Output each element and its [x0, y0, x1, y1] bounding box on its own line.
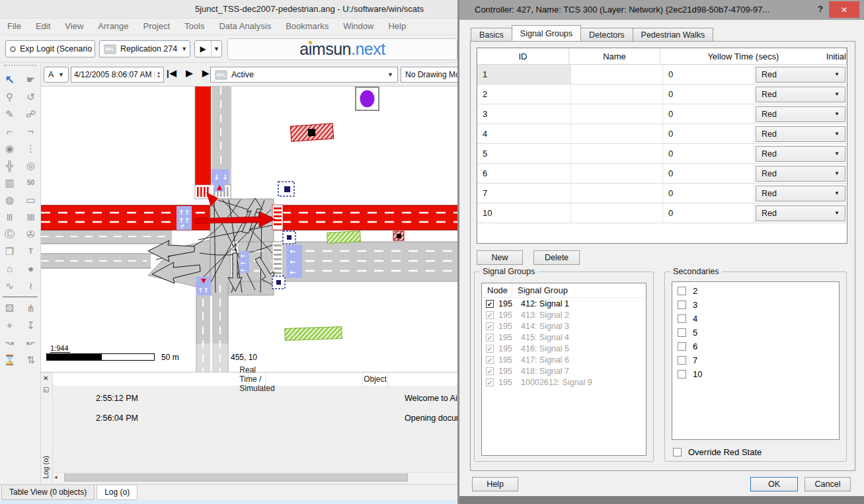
close-icon[interactable]: ✕ — [43, 375, 48, 382]
tool-icon[interactable]: ||| — [1, 209, 19, 225]
tool-icon[interactable]: ⌛ — [1, 351, 19, 368]
new-button[interactable]: New — [477, 250, 523, 265]
secondary-item[interactable]: 5 — [672, 326, 839, 340]
tool-icon[interactable]: T — [22, 243, 40, 260]
table-row[interactable]: 1 0 Red ▼ — [477, 65, 847, 85]
tool-icon[interactable]: ↺ — [22, 89, 40, 105]
menu-item[interactable]: Tools — [177, 18, 212, 34]
secondary-item[interactable]: 3 — [672, 298, 839, 312]
table-row[interactable]: 10 0 Red ▼ — [477, 203, 847, 223]
initial-state-dropdown[interactable]: Red ▼ — [756, 126, 845, 142]
cell-id[interactable]: 10 — [477, 203, 571, 223]
checkbox-checked-icon[interactable]: ✔ — [486, 300, 494, 308]
dialog-titlebar[interactable]: Controller: 427, Name: TCS 300 (Layer: N… — [459, 0, 864, 20]
cell-yellow-time[interactable]: 0 — [663, 164, 754, 183]
signal-row[interactable]: ✔ 195 10002612: Signal 9 — [482, 377, 646, 388]
secondary-item[interactable]: 7 — [672, 353, 839, 367]
delete-button[interactable]: Delete — [533, 250, 580, 265]
tool-icon[interactable]: ≀ — [22, 277, 40, 294]
tool-icon[interactable]: ∿ — [1, 277, 19, 294]
tool-icon[interactable]: ☛ — [22, 71, 40, 88]
tool-icon[interactable]: ▥ — [1, 174, 19, 191]
tool-icon[interactable]: ❒ — [1, 243, 19, 260]
menu-item[interactable]: Edit — [28, 18, 58, 34]
menu-item[interactable]: Help — [381, 18, 413, 34]
log-column-header[interactable] — [53, 373, 249, 386]
tool-icon[interactable]: ✎ — [1, 106, 19, 122]
checkbox-unchecked-icon[interactable] — [673, 448, 682, 456]
cell-id[interactable]: 3 — [477, 104, 571, 124]
menu-item[interactable]: Data Analysis — [212, 18, 278, 34]
cell-yellow-time[interactable]: 0 — [663, 85, 754, 104]
secondary-item[interactable]: 4 — [672, 312, 839, 326]
cell-name[interactable] — [571, 85, 663, 104]
tool-icon[interactable]: 50 — [22, 174, 40, 191]
signal-row[interactable]: ✔ 195 417: Signal 6 — [482, 354, 646, 365]
dialog-tab[interactable]: Pedestrian Walks — [633, 28, 714, 42]
scrollbar-thumb[interactable] — [64, 474, 408, 482]
close-button[interactable]: ✕ — [829, 1, 859, 18]
checkbox-checked-icon[interactable]: ✔ — [486, 345, 494, 353]
replication-combo[interactable]: RPL Replication 274 ▼ — [99, 40, 190, 57]
table-column-header[interactable]: Name — [569, 48, 660, 64]
tool-icon[interactable]: ✇ — [22, 226, 40, 242]
palette-drag-handle[interactable] — [4, 65, 36, 69]
scenario-combo[interactable]: Exp Logit (Scenario ( ▼ — [5, 40, 95, 57]
tool-icon[interactable]: ◉ — [1, 140, 19, 157]
tool-icon[interactable]: ⋔ — [22, 300, 40, 316]
ok-button[interactable]: OK — [750, 477, 798, 491]
tool-icon[interactable]: ☍ — [22, 106, 40, 122]
log-column-header[interactable]: Real Time / Simulated — [249, 373, 266, 386]
checkbox-unchecked-icon[interactable] — [678, 287, 686, 295]
checkbox-unchecked-icon[interactable] — [678, 301, 686, 309]
tool-icon[interactable]: ¬ — [22, 123, 40, 139]
signal-row[interactable]: ✔ 195 416: Signal 5 — [482, 343, 646, 354]
log-column-header[interactable]: Object — [363, 373, 388, 386]
scroll-left-icon[interactable]: ◂ — [54, 474, 58, 480]
secondary-item[interactable]: 10 — [672, 367, 839, 381]
checkbox-checked-icon[interactable]: ✔ — [486, 322, 494, 330]
cell-id[interactable]: 7 — [477, 184, 571, 203]
signal-row[interactable]: ✔ 195 415: Signal 4 — [482, 332, 646, 343]
tool-icon[interactable]: ↖ — [1, 71, 19, 88]
checkbox-checked-icon[interactable]: ✔ — [486, 356, 494, 364]
cell-name[interactable] — [571, 164, 663, 183]
run-options-dropdown[interactable]: ▼ — [211, 41, 221, 57]
cell-name[interactable] — [571, 144, 663, 163]
dialog-tab[interactable]: Basics — [471, 28, 512, 42]
initial-state-dropdown[interactable]: Red ▼ — [756, 106, 845, 122]
override-red-state-row[interactable]: Override Red State — [673, 447, 762, 457]
menu-item[interactable]: View — [58, 18, 91, 34]
cell-yellow-time[interactable]: 0 — [663, 184, 754, 203]
cell-name[interactable] — [571, 104, 663, 124]
cell-yellow-time[interactable]: 0 — [663, 144, 754, 163]
cell-name[interactable] — [571, 65, 663, 84]
checkbox-checked-icon[interactable]: ✔ — [486, 367, 494, 375]
datetime-spinner[interactable]: ▲▼ — [154, 71, 161, 79]
tool-icon[interactable]: |||| — [22, 209, 40, 225]
tool-icon[interactable]: ◎ — [22, 157, 40, 174]
play-button[interactable]: ▶ — [186, 68, 193, 78]
simulation-datetime-field[interactable]: 4/12/2005 8:06:07 AM ▲▼ — [71, 67, 164, 83]
cell-id[interactable]: 5 — [477, 144, 571, 163]
menu-item[interactable]: Arrange — [91, 18, 136, 34]
tool-icon[interactable]: ↜ — [22, 334, 40, 351]
checkbox-unchecked-icon[interactable] — [678, 370, 686, 378]
tool-icon[interactable]: ⚲ — [1, 89, 19, 105]
cell-name[interactable] — [571, 203, 663, 223]
signal-row[interactable]: ✔ 195 413: Signal 2 — [482, 309, 646, 320]
cell-name[interactable] — [571, 124, 663, 143]
cell-yellow-time[interactable]: 0 — [663, 203, 754, 223]
view-letter-combo[interactable]: A ▼ — [44, 67, 69, 83]
initial-state-dropdown[interactable]: Red ▼ — [756, 166, 845, 182]
tool-icon[interactable]: ◍ — [1, 192, 19, 208]
checkbox-unchecked-icon[interactable] — [678, 328, 686, 337]
tool-icon[interactable]: ▭ — [22, 192, 40, 208]
cell-id[interactable]: 6 — [477, 164, 571, 183]
cell-yellow-time[interactable]: 0 — [663, 124, 754, 143]
initial-state-dropdown[interactable]: Red ▼ — [756, 205, 845, 221]
checkbox-checked-icon[interactable]: ✔ — [486, 311, 494, 319]
table-row[interactable]: 5 0 Red ▼ — [477, 144, 847, 164]
initial-state-dropdown[interactable]: Red ▼ — [756, 87, 845, 102]
log-column-header[interactable] — [266, 373, 363, 386]
